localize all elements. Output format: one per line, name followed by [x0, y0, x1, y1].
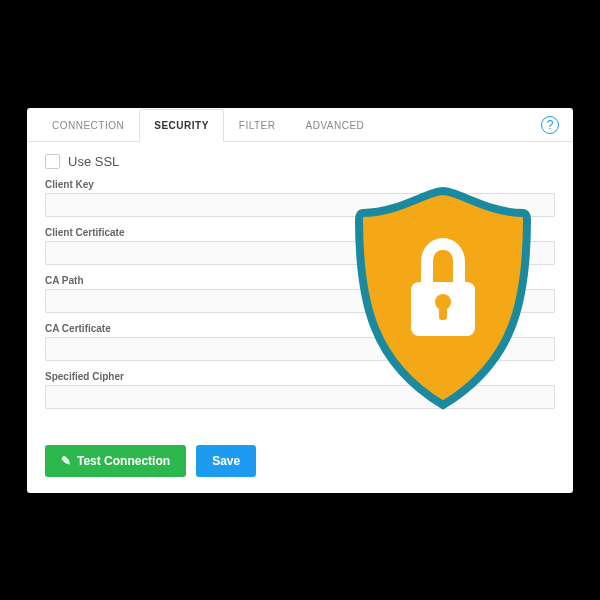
specified-cipher-label: Specified Cipher	[45, 371, 555, 382]
test-connection-button[interactable]: ✎ Test Connection	[45, 445, 186, 477]
client-key-input[interactable]	[45, 193, 555, 217]
client-certificate-field: Client Certificate	[45, 227, 555, 265]
save-button[interactable]: Save	[196, 445, 256, 477]
tab-connection[interactable]: CONNECTION	[37, 109, 139, 142]
use-ssl-checkbox[interactable]	[45, 154, 60, 169]
ca-certificate-field: CA Certificate	[45, 323, 555, 361]
tab-filter[interactable]: FILTER	[224, 109, 291, 142]
client-certificate-label: Client Certificate	[45, 227, 555, 238]
specified-cipher-field: Specified Cipher	[45, 371, 555, 409]
ca-path-field: CA Path	[45, 275, 555, 313]
action-buttons: ✎ Test Connection Save	[27, 435, 573, 493]
ca-path-label: CA Path	[45, 275, 555, 286]
save-label: Save	[212, 454, 240, 468]
ca-certificate-input[interactable]	[45, 337, 555, 361]
tab-bar: CONNECTION SECURITY FILTER ADVANCED ?	[27, 108, 573, 142]
tab-advanced[interactable]: ADVANCED	[291, 109, 380, 142]
ca-certificate-label: CA Certificate	[45, 323, 555, 334]
client-key-field: Client Key	[45, 179, 555, 217]
security-settings-panel: CONNECTION SECURITY FILTER ADVANCED ? Us…	[27, 108, 573, 493]
pencil-icon: ✎	[61, 454, 71, 468]
use-ssl-label: Use SSL	[68, 154, 119, 169]
client-certificate-input[interactable]	[45, 241, 555, 265]
ca-path-input[interactable]	[45, 289, 555, 313]
client-key-label: Client Key	[45, 179, 555, 190]
help-icon[interactable]: ?	[541, 116, 559, 134]
use-ssl-row: Use SSL	[45, 154, 555, 169]
tab-security[interactable]: SECURITY	[139, 109, 224, 142]
test-connection-label: Test Connection	[77, 454, 170, 468]
tab-content: Use SSL Client Key Client Certificate CA…	[27, 142, 573, 435]
specified-cipher-input[interactable]	[45, 385, 555, 409]
